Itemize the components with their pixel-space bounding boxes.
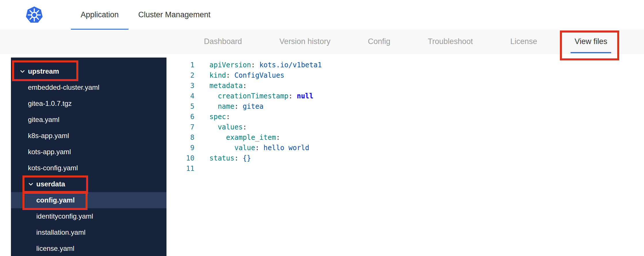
code-token (209, 144, 234, 152)
chevron-down-icon (28, 181, 34, 187)
code-token (209, 92, 218, 100)
code-line: 8 example_item: (166, 132, 644, 143)
subnav-tab-troubleshoot[interactable]: Troubleshoot (428, 30, 473, 53)
code-token: : (276, 133, 280, 142)
code-token: : (243, 82, 247, 90)
kubernetes-logo-icon (25, 6, 43, 24)
tree-folder-userdata[interactable]: userdata (11, 176, 166, 192)
code-text: values: (209, 122, 247, 132)
tree-file-installation-yaml[interactable]: installation.yaml (11, 224, 166, 240)
line-number: 9 (166, 143, 194, 153)
tree-item-label: kots-config.yaml (28, 164, 78, 172)
line-number: 2 (166, 70, 194, 81)
code-token: values (218, 123, 243, 131)
code-token: : (289, 92, 297, 100)
file-tree-sidebar: upstreamembedded-cluster.yamlgitea-1.0.7… (11, 58, 166, 256)
tree-file-gitea-yaml[interactable]: gitea.yaml (11, 112, 166, 128)
tree-file-kots-config-yaml[interactable]: kots-config.yaml (11, 160, 166, 176)
code-token: example_item (226, 133, 276, 142)
code-token: null (297, 92, 313, 100)
code-token: : (226, 71, 234, 79)
code-line: 1apiVersion: kots.io/v1beta1 (166, 60, 644, 70)
code-text: example_item: (209, 132, 280, 143)
tree-item-label: gitea-1.0.7.tgz (28, 100, 72, 108)
tree-item-label: upstream (28, 67, 59, 75)
code-line: 7 values: (166, 122, 644, 132)
chevron-down-icon (20, 68, 26, 74)
subnav-tab-license[interactable]: License (510, 30, 537, 53)
tree-file-k8s-app-yaml[interactable]: k8s-app.yaml (11, 128, 166, 144)
tree-item-label: installation.yaml (36, 228, 86, 236)
subnav-tab-view-files[interactable]: View files (575, 30, 607, 53)
tree-file-gitea-1-0-7-tgz[interactable]: gitea-1.0.7.tgz (11, 95, 166, 112)
code-token: gitea (243, 102, 264, 110)
code-line: 11 (166, 163, 644, 174)
line-number: 3 (166, 81, 194, 91)
code-text: status: {} (209, 153, 251, 163)
header-tab-application[interactable]: Application (71, 0, 128, 30)
header-tabs: ApplicationCluster Management (71, 0, 220, 30)
tree-file-config-yaml[interactable]: config.yaml (11, 192, 166, 208)
code-token: kind (209, 71, 226, 79)
tree-item-label: kots-app.yaml (28, 148, 71, 156)
code-text: kind: ConfigValues (209, 70, 284, 81)
code-editor[interactable]: 1apiVersion: kots.io/v1beta12kind: Confi… (166, 54, 644, 256)
app-header: ApplicationCluster Management (0, 0, 644, 30)
code-token (209, 133, 226, 142)
code-line: 9 value: hello world (166, 143, 644, 153)
subnav-tab-config[interactable]: Config (368, 30, 390, 53)
line-number: 4 (166, 91, 194, 101)
code-token: : (226, 113, 230, 121)
code-text: metadata: (209, 81, 247, 91)
subnav-tab-dashboard[interactable]: Dashboard (204, 30, 242, 53)
line-number: 5 (166, 101, 194, 112)
code-line: 4 creationTimestamp: null (166, 91, 644, 101)
code-line: 6spec: (166, 112, 644, 122)
code-token: apiVersion (209, 61, 251, 69)
code-token: creationTimestamp (218, 92, 289, 100)
code-line: 5 name: gitea (166, 101, 644, 112)
tree-item-label: k8s-app.yaml (28, 132, 69, 140)
line-number: 10 (166, 153, 194, 163)
code-text: spec: (209, 112, 230, 122)
tree-file-identityconfig-yaml[interactable]: identityconfig.yaml (11, 208, 166, 224)
tree-file-kots-app-yaml[interactable]: kots-app.yaml (11, 144, 166, 160)
tree-file-license-yaml[interactable]: license.yaml (11, 240, 166, 256)
code-token (209, 123, 218, 131)
code-text: creationTimestamp: null (209, 91, 313, 101)
tree-item-label: license.yaml (36, 244, 74, 253)
code-text: name: gitea (209, 101, 264, 112)
app-subnav: DashboardVersion historyConfigTroublesho… (0, 30, 644, 54)
code-token: value (234, 144, 255, 152)
line-number: 7 (166, 122, 194, 132)
code-token: name (218, 102, 234, 110)
code-token: metadata (209, 82, 243, 90)
code-token: spec (209, 113, 226, 121)
tree-folder-upstream[interactable]: upstream (11, 63, 166, 79)
code-token: {} (243, 154, 251, 162)
code-text: apiVersion: kots.io/v1beta1 (209, 60, 322, 70)
code-token: : (251, 61, 260, 69)
header-tab-cluster-management[interactable]: Cluster Management (128, 0, 220, 30)
code-line: 3metadata: (166, 81, 644, 91)
code-token: : (234, 154, 243, 162)
subnav-tab-version-history[interactable]: Version history (279, 30, 330, 53)
code-token: status (209, 154, 234, 162)
tree-item-label: userdata (36, 180, 65, 188)
code-token: ConfigValues (234, 71, 284, 79)
line-number: 1 (166, 60, 194, 70)
line-number: 6 (166, 112, 194, 122)
code-line: 2kind: ConfigValues (166, 70, 644, 81)
tree-item-label: identityconfig.yaml (36, 212, 93, 220)
code-line: 10status: {} (166, 153, 644, 163)
code-token: kots.io/v1beta1 (259, 61, 322, 69)
code-token: : (234, 102, 243, 110)
tree-file-embedded-cluster-yaml[interactable]: embedded-cluster.yaml (11, 79, 166, 95)
line-number: 8 (166, 132, 194, 143)
code-token: hello world (264, 144, 309, 152)
code-token (209, 102, 218, 110)
tree-item-label: config.yaml (36, 196, 75, 204)
code-text: value: hello world (209, 143, 309, 153)
tree-item-label: gitea.yaml (28, 116, 59, 124)
tree-item-label: embedded-cluster.yaml (28, 83, 99, 91)
